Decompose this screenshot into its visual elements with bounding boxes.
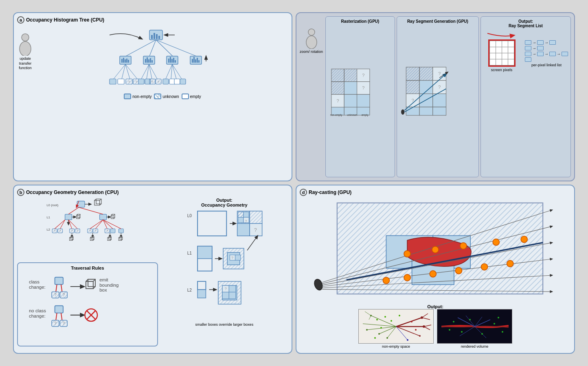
svg-rect-87 [419, 67, 433, 81]
svg-rect-31 [192, 59, 193, 63]
svg-line-291 [422, 314, 428, 318]
svg-point-302 [415, 329, 417, 331]
svg-rect-5 [154, 33, 155, 39]
svg-text:?: ? [245, 219, 247, 223]
person-icon-a [17, 33, 33, 56]
raycasting-svg [300, 198, 571, 302]
traversal-rules-diagram: class change: ? ? [20, 272, 155, 334]
svg-rect-71 [331, 82, 344, 94]
svg-point-297 [391, 320, 392, 322]
svg-line-137 [60, 220, 65, 229]
svg-point-65 [306, 36, 317, 49]
svg-rect-245 [229, 285, 235, 292]
panel-b-left: L0 (root) L1 [17, 198, 158, 346]
svg-line-236 [247, 236, 257, 251]
svg-rect-13 [126, 59, 127, 63]
svg-rect-62 [174, 79, 180, 84]
svg-text:?: ? [95, 229, 97, 232]
svg-text:?: ? [106, 229, 108, 232]
svg-line-129 [79, 207, 103, 214]
svg-text:change:: change: [29, 285, 46, 290]
svg-point-301 [411, 321, 412, 322]
svg-text:box: box [99, 288, 107, 292]
svg-rect-215 [197, 211, 226, 236]
screen-pixels-label: screen pixels [491, 68, 513, 72]
svg-text:no class: no class [29, 308, 46, 313]
svg-rect-184 [55, 277, 63, 285]
svg-marker-145 [70, 238, 72, 241]
svg-text:change:: change: [29, 314, 46, 318]
smaller-boxes-label: smaller boxes override larger boxes [195, 322, 254, 327]
panel-d-output: Output: [300, 304, 571, 349]
svg-text:?: ? [336, 98, 339, 103]
svg-line-59 [172, 64, 182, 79]
svg-text:?: ? [158, 80, 160, 84]
svg-point-64 [308, 29, 315, 35]
svg-marker-192 [86, 281, 93, 289]
svg-point-313 [481, 333, 483, 335]
svg-line-58 [172, 64, 176, 79]
svg-rect-50 [138, 79, 144, 84]
svg-point-270 [493, 239, 499, 245]
output-section-c: Output: Ray Segment List [480, 16, 571, 177]
svg-text:?: ? [151, 80, 154, 84]
svg-line-29 [156, 40, 196, 56]
svg-text:emit: emit [99, 277, 108, 282]
svg-text:?: ? [224, 287, 226, 291]
svg-rect-12 [125, 59, 126, 63]
svg-marker-116 [77, 215, 79, 218]
panel-d: d Ray-casting (GPU) [296, 185, 575, 354]
svg-text:?: ? [77, 229, 78, 232]
ray-segment-list-label: Ray Segment List [483, 24, 568, 28]
svg-rect-224 [238, 217, 243, 222]
svg-text:?: ? [438, 85, 441, 89]
svg-line-185 [56, 285, 57, 292]
panel-b-circle: b [17, 189, 24, 196]
svg-rect-7 [158, 36, 160, 39]
svg-point-268 [432, 246, 439, 253]
rasterization-diagram: ? ? ? [328, 25, 392, 157]
svg-text:empty: empty [362, 113, 369, 117]
svg-text:?: ? [54, 293, 57, 297]
svg-marker-108 [94, 200, 100, 205]
svg-line-143 [68, 220, 77, 229]
svg-point-283 [366, 329, 368, 331]
svg-rect-121 [100, 214, 107, 220]
svg-rect-97 [433, 94, 446, 107]
svg-line-8 [126, 40, 156, 56]
svg-line-294 [424, 327, 430, 330]
svg-rect-18 [147, 57, 148, 63]
svg-text:non-empty: non-empty [330, 113, 342, 117]
svg-point-299 [374, 337, 376, 339]
svg-text:?: ? [59, 229, 61, 232]
rendered-volume-image: rendered volume [437, 309, 512, 349]
geometry-tree-diagram: L0 (root) L1 [17, 198, 158, 260]
rendered-label: rendered volume [461, 344, 489, 349]
svg-rect-34 [197, 58, 198, 63]
svg-line-142 [68, 220, 72, 229]
arrow-b-to-c: ▲ [149, 185, 157, 187]
svg-text:?: ? [136, 80, 138, 84]
output-title-c: Output: [483, 19, 568, 24]
svg-text:?: ? [54, 229, 55, 232]
svg-rect-26 [171, 59, 173, 63]
svg-marker-123 [111, 215, 114, 218]
tree-diagram-a: ? ? ? ? [105, 27, 219, 92]
svg-rect-72 [344, 82, 357, 94]
arrow-c-to-d: ▼ [511, 179, 519, 181]
ray-segment-arrow [483, 31, 520, 39]
rasterization-section: Rasterization (GPU) [325, 16, 395, 177]
panel-c: zoom/ rotation Rasterization (GPU) [296, 12, 575, 181]
svg-rect-21 [151, 60, 153, 63]
legend-a: non-empty ? unknown empty [124, 94, 201, 99]
svg-point-296 [384, 316, 386, 318]
arrow-a-to-b: ▼ [149, 179, 157, 181]
svg-line-38 [125, 64, 130, 79]
svg-rect-223 [244, 212, 249, 217]
svg-line-165 [103, 220, 107, 229]
svg-rect-68 [344, 69, 357, 81]
ray-title: Ray Segment Generation (GPU) [399, 19, 476, 24]
svg-line-289 [365, 312, 371, 316]
nonempty-space-image: non-empty space [358, 309, 434, 349]
svg-rect-173 [118, 229, 123, 233]
